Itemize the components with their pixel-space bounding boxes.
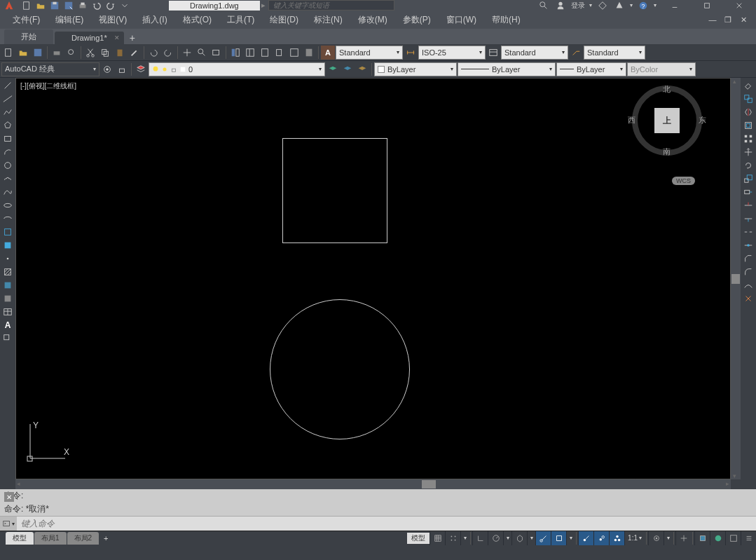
tb-undo-icon[interactable] [146,46,160,60]
viewport-label[interactable]: [-][俯视][二维线框] [20,81,76,91]
tablestyle-dropdown[interactable]: Standard▾ [501,46,568,60]
status-hardware-icon[interactable] [710,531,725,545]
status-ortho-icon[interactable] [472,531,488,545]
ucs-icon[interactable]: X Y [23,420,72,469]
tab-add-button[interactable]: + [125,32,139,44]
layer-previous-icon[interactable] [326,62,340,76]
viewcube-west[interactable]: 西 [628,115,635,125]
tool-revcloud-icon[interactable] [1,172,15,185]
tool-insert-icon[interactable] [1,226,15,238]
qat-saveas-icon[interactable] [62,1,75,11]
menu-help[interactable]: 帮助(H) [485,12,528,28]
tb-zoom-icon[interactable] [195,46,209,60]
tool-move-icon[interactable] [741,146,755,158]
tb-properties-icon[interactable] [228,46,242,60]
tb-paste-icon[interactable] [113,46,127,60]
status-grid-icon[interactable] [429,531,445,545]
status-model-button[interactable]: 模型 [407,533,429,544]
mleaderstyle-dropdown[interactable]: Standard▾ [584,46,645,60]
drawn-rectangle[interactable] [282,138,387,243]
tool-arc-icon[interactable] [1,146,15,158]
vertical-scrollbar[interactable]: ▴ ▾ [731,78,741,479]
tb-textstyle-icon[interactable]: A [321,46,335,60]
layer-dropdown[interactable]: 0 ▾ [149,62,325,76]
workspace-settings-icon[interactable] [100,62,114,76]
tool-mirror-icon[interactable] [741,106,755,118]
menu-edit[interactable]: 编辑(E) [48,12,90,28]
layer-iso-icon[interactable] [355,62,369,76]
exchange-icon[interactable] [596,1,609,11]
qat-undo-icon[interactable] [90,1,103,11]
status-iso-icon[interactable] [511,531,527,545]
window-minimize-button[interactable] [661,0,689,11]
doc-close-button[interactable]: ✕ [736,13,750,27]
search-exec-icon[interactable] [537,1,550,11]
status-snap-dd-icon[interactable]: ▾ [460,531,469,545]
qat-new-icon[interactable] [20,1,33,11]
tool-trim-icon[interactable] [741,199,755,212]
user-icon[interactable] [554,1,567,11]
status-custom-icon[interactable] [741,531,756,545]
horizontal-scrollbar[interactable]: ◂ ▸ [15,479,731,489]
status-transparency-icon[interactable] [593,531,609,545]
tool-scale-icon[interactable] [741,172,755,185]
window-close-button[interactable] [725,0,753,11]
qat-more-icon[interactable] [118,1,131,11]
tb-preview-icon[interactable] [64,46,78,60]
menu-draw[interactable]: 绘图(D) [263,12,305,28]
tool-circle-icon[interactable] [1,159,15,172]
qat-open-icon[interactable] [34,1,47,11]
drawn-circle[interactable] [270,299,410,439]
status-settings-icon[interactable] [648,531,664,545]
help-search-input[interactable] [268,0,394,11]
tool-xline-icon[interactable] [1,93,15,105]
tool-explode-icon[interactable] [741,292,755,305]
tool-table-icon[interactable] [1,306,15,318]
tool-rotate-icon[interactable] [741,159,755,172]
viewcube-south[interactable]: 南 [663,146,671,157]
h-scroll-thumb[interactable] [422,480,436,489]
drawing-canvas[interactable]: [-][俯视][二维线框] X Y 上 北 南 西 东 WCS [15,78,731,479]
color-dropdown[interactable]: ByLayer▾ [374,62,457,76]
layout-tab-2[interactable]: 布局2 [67,532,99,545]
app-menu-icon[interactable] [613,1,626,11]
tb-open-icon[interactable] [16,46,30,60]
layout-tab-model[interactable]: 模型 [6,532,34,545]
tb-cut-icon[interactable] [83,46,97,60]
command-input[interactable] [17,517,756,530]
menu-insert[interactable]: 插入(I) [135,12,174,28]
qat-redo-icon[interactable] [104,1,117,11]
tool-hatch-icon[interactable] [1,266,15,278]
viewcube-north[interactable]: 北 [663,84,671,95]
tool-chamfer-icon[interactable] [741,252,755,265]
tool-point-icon[interactable] [1,252,15,265]
menu-parametric[interactable]: 参数(P) [396,12,438,28]
tool-polygon-icon[interactable] [1,119,15,132]
tb-copy-icon[interactable] [98,46,112,60]
tool-offset-icon[interactable] [741,119,755,132]
tb-pan-icon[interactable] [180,46,194,60]
tb-zoomprev-icon[interactable] [209,46,224,60]
tool-blend-icon[interactable] [741,279,755,292]
tool-stretch-icon[interactable] [741,186,755,198]
tb-new-icon[interactable] [1,46,15,60]
cmd-close-button[interactable]: ✕ [4,492,14,502]
workspace-lock-icon[interactable] [115,62,129,76]
status-clean-icon[interactable] [725,531,741,545]
menu-file[interactable]: 文件(F) [6,12,47,28]
menu-dimension[interactable]: 标注(N) [307,12,350,28]
linetype-dropdown[interactable]: ByLayer▾ [458,62,556,76]
dimstyle-dropdown[interactable]: ISO-25▾ [418,46,486,60]
tool-gradient-icon[interactable] [1,279,15,292]
layer-state-icon[interactable] [341,62,355,76]
layout-add-button[interactable]: + [99,532,112,545]
status-isolate-icon[interactable] [694,531,710,545]
tool-block-icon[interactable] [1,239,15,252]
menu-modify[interactable]: 修改(M) [351,12,394,28]
tb-print-icon[interactable] [50,46,64,60]
menu-window[interactable]: 窗口(W) [439,12,483,28]
tb-dimstyle-icon[interactable] [404,46,418,60]
tool-line-icon[interactable] [1,79,15,92]
login-label[interactable]: 登录 [571,1,585,11]
tab-start[interactable]: 开始 [4,29,53,44]
